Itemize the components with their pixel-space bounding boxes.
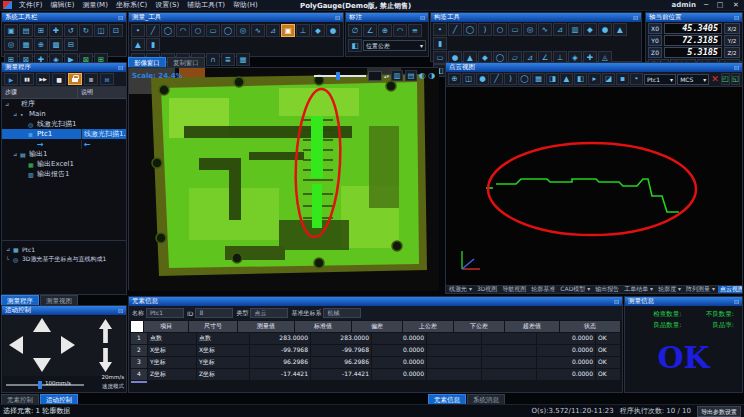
expander-icon[interactable]: └ [6,256,13,262]
annotation-tool-icon[interactable]: ◧ [348,39,362,52]
cloud-bottom-tab[interactable]: 输出报告 [593,285,621,293]
field-value[interactable]: 8 [195,308,233,318]
pan-icon[interactable]: ◐ [419,71,426,80]
close-button[interactable]: ✕ [730,1,742,9]
measure-tool-icon[interactable]: ● [326,24,340,37]
brightness-slider-track[interactable] [314,75,366,77]
cloud-tool-icon[interactable]: ◪ [602,73,615,85]
jog-z-down-button[interactable] [99,348,112,372]
layers-icon[interactable]: ▤ [405,70,417,81]
tool-icon[interactable]: ⊡ [109,24,123,37]
tree-item[interactable]: ⊿ • Main [2,109,126,119]
cloud-bottom-tab[interactable]: 轮廓基准 [529,285,557,293]
abort-icon[interactable]: ⊠ [100,73,114,85]
list-icon[interactable]: ≣ [84,73,98,85]
coordinate-system-dropdown[interactable]: MCS▾ [677,74,709,85]
menu-item[interactable]: 文件(F) [15,0,47,10]
tree-item[interactable]: ▥ 输出报告1 [2,169,126,179]
table-row[interactable]: 4 Z坐标 Z坐标 -17.4421 -17.4421 0.0000 0.000… [131,369,620,380]
expander-icon[interactable]: ⊿ [6,246,13,252]
field-value[interactable]: Ptc1 [146,308,184,318]
panel-float-icon[interactable]: ⊡ [734,13,739,22]
table-row[interactable]: 3 Y坐标 Y坐标 96.2986 96.2986 0.0000 0.0000 … [131,357,620,368]
expander-icon[interactable]: ⊿ [5,101,12,107]
lock-icon[interactable] [68,73,82,85]
tool-icon[interactable]: ▦ [19,38,33,51]
tree-item[interactable]: ▦ 输出Excel1 [2,159,126,169]
table-row[interactable]: 1 点数 点数 283.0000 283.0000 0.0000 0.0000 … [131,333,620,344]
measure-tool-icon[interactable]: ⊥ [296,24,310,37]
cloud-tool-icon[interactable]: ▪ [616,73,629,85]
measure-tool-icon[interactable]: ∩ [206,53,220,66]
field-value[interactable]: 点云 [250,308,288,318]
construct-tool-icon[interactable]: ◎ [523,23,537,36]
cloud-bottom-tab[interactable]: 3D视图 [475,285,499,293]
measure-tool-icon[interactable]: ◯ [221,24,235,37]
measure-tool-icon[interactable]: ○ [191,24,205,37]
cloud-tool-icon[interactable]: ◯ [518,73,531,85]
tree-item[interactable]: → ← [2,139,126,149]
measure-tool-icon[interactable]: • [131,24,145,37]
tool-icon[interactable]: ⊟ [64,38,78,51]
brightness-slider-thumb[interactable] [336,72,340,80]
panel-float-icon[interactable]: ⊡ [734,63,739,72]
image-view[interactable]: Scale: 24.4% ▴▾ ▥ ▤ ◐ ◑ [128,67,438,290]
tool-icon[interactable]: ✚ [49,24,63,37]
cloud-bottom-tab[interactable]: 工单结单 ▾ [622,285,655,293]
delete-icon[interactable]: ✕ [710,74,720,84]
tool-icon[interactable]: ↻ [79,24,93,37]
select-all-cell[interactable] [131,321,143,332]
cloud-canvas[interactable] [446,87,742,285]
panel-float-icon[interactable]: ⊡ [335,13,340,22]
cloud-tool-icon[interactable]: ) [504,73,517,85]
panel-float-icon[interactable]: ⊡ [118,13,123,22]
cloud-bottom-tab[interactable]: 阵列测量 ▾ [684,285,717,293]
table-row[interactable]: 2 X坐标 X坐标 -99.7968 -99.7968 0.0000 0.000… [131,345,620,356]
tree-item[interactable]: ⊿ ▤ 输出1 [2,149,126,159]
axis-tag[interactable]: Z/2 [724,47,740,58]
construct-tool-icon[interactable]: ⊿ [553,23,567,36]
cloud-tool-icon[interactable]: ⊕ [448,73,461,85]
construct-tool-icon[interactable]: ● [598,23,612,36]
value-box[interactable] [368,71,382,81]
annotation-tool-icon[interactable]: ∠ [363,24,377,37]
construct-tool-icon[interactable]: ∿ [538,23,552,36]
export-view-icon[interactable]: ◰ [721,73,730,85]
measure-tool-icon[interactable]: ∿ [251,24,265,37]
tree-item[interactable]: ◎ 线激光扫描1 [2,119,126,129]
stepper-icon[interactable]: ▴▾ [384,73,389,79]
construct-tool-icon[interactable]: ○ [493,23,507,36]
cloud-bottom-tab[interactable]: 线激光 ▾ [447,285,474,293]
tool-icon[interactable]: ↺ [64,24,78,37]
jog-up-button[interactable] [33,318,51,332]
measure-tool-icon[interactable]: ▮ [146,38,160,51]
export-params-button[interactable]: 导出参数设置 [697,406,741,417]
measure-tool-icon[interactable]: ▭ [206,24,220,37]
cloud-bottom-tab[interactable]: CAD模型 ▾ [558,285,592,293]
cloud-tool-icon[interactable]: ╱ [490,73,503,85]
tool-icon[interactable]: ⊞ [34,24,48,37]
stop-icon[interactable]: ■ [52,73,66,85]
step-icon[interactable]: ▶▶ [36,73,50,85]
construct-tool-icon[interactable]: ▥ [568,23,582,36]
expander-icon[interactable]: ⊿ [13,111,20,117]
panel-float-icon[interactable]: ⊡ [734,297,739,306]
annotation-tool-icon[interactable]: ≡ [408,24,422,37]
speed-slider-thumb[interactable] [38,381,42,389]
pause-icon[interactable]: ▮▮ [20,73,34,85]
cloud-tool-icon[interactable]: ◨ [546,73,559,85]
annotation-type-dropdown[interactable]: 位置公差▾ [363,40,426,51]
expander-icon[interactable]: ⊿ [13,151,20,157]
cloud-bottom-tab[interactable]: 点云视图 [718,285,742,293]
menu-item[interactable]: 辅助工具(T) [183,0,229,10]
measure-tool-icon[interactable]: ≣ [221,53,235,66]
cloud-bottom-tab[interactable]: 导航视图 [500,285,528,293]
column-desc[interactable]: 说明 [77,87,126,98]
construct-tool-icon[interactable]: ▲ [613,23,627,36]
jog-right-button[interactable] [61,336,75,354]
import-view-icon[interactable]: ◱ [731,73,740,85]
measure-tool-icon[interactable]: ◆ [311,24,325,37]
column-step[interactable]: 步骤 [2,87,77,98]
tool-icon[interactable]: ▤ [19,24,33,37]
cloud-tool-icon[interactable]: ◫ [462,73,475,85]
